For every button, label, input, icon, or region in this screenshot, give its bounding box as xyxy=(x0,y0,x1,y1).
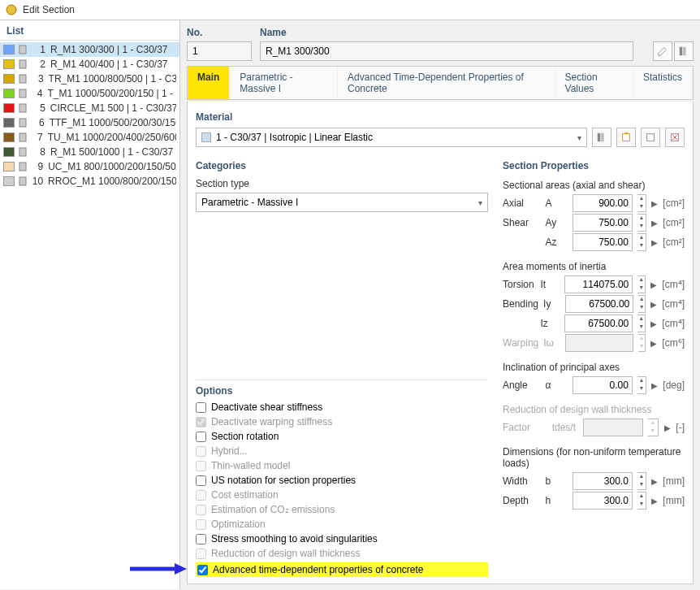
prop-value-input[interactable] xyxy=(573,472,633,490)
prop-symbol: A xyxy=(546,197,568,209)
section-shape-icon xyxy=(16,43,29,56)
section-shape-icon xyxy=(16,87,29,100)
prop-value-input[interactable] xyxy=(573,492,633,510)
no-input[interactable] xyxy=(187,41,252,61)
edit-name-button[interactable] xyxy=(653,41,672,61)
prop-label: Torsion xyxy=(503,279,536,290)
library-button[interactable] xyxy=(674,41,694,61)
tab[interactable]: Advanced Time-Dependent Properties of Co… xyxy=(338,67,555,99)
prop-label: Depth xyxy=(503,495,541,506)
option-checkbox[interactable] xyxy=(196,475,206,486)
list-item[interactable]: 9 UC_M1 800/1000/200/150/50/75/... xyxy=(0,159,179,174)
goto-icon[interactable]: ▶ xyxy=(650,300,657,309)
list-item[interactable]: 2 R_M1 400/400 | 1 - C30/37 xyxy=(0,57,179,72)
tab[interactable]: Main xyxy=(188,67,230,99)
section-shape-icon xyxy=(16,145,29,158)
prop-value-input[interactable] xyxy=(565,295,633,313)
option-checkbox xyxy=(196,446,206,457)
list-item[interactable]: 3 TR_M1 1000/800/500 | 1 - C30/37 xyxy=(0,72,179,86)
name-label: Name xyxy=(260,25,694,40)
list-item-number: 5 xyxy=(31,102,45,114)
svg-rect-15 xyxy=(623,134,630,141)
option-row: Estimation of CO₂ emissions xyxy=(196,504,488,515)
list-item[interactable]: 5 CIRCLE_M1 500 | 1 - C30/37 xyxy=(0,101,179,115)
option-row[interactable]: US notation for section properties xyxy=(196,475,488,486)
list-container[interactable]: 1 R_M1 300/300 | 1 - C30/37 2 R_M1 400/4… xyxy=(0,41,179,589)
prop-value-input[interactable] xyxy=(573,194,633,212)
prop-row: Warping Iω ▲▼ ▶ [cm⁶] xyxy=(503,334,685,352)
list-item[interactable]: 7 TU_M1 1000/200/400/250/600/30/... xyxy=(0,130,179,145)
prop-unit: [cm⁶] xyxy=(662,337,685,349)
option-checkbox[interactable] xyxy=(196,402,206,413)
material-new-button[interactable] xyxy=(616,128,636,147)
prop-unit: [-] xyxy=(676,422,685,433)
goto-icon[interactable]: ▶ xyxy=(651,238,658,247)
material-select[interactable]: 1 - C30/37 | Isotropic | Linear Elastic … xyxy=(196,128,587,147)
prop-row: Depth h ▲▼ ▶ [mm] xyxy=(503,492,685,510)
goto-icon[interactable]: ▶ xyxy=(651,219,658,228)
section-shape-icon xyxy=(16,175,29,188)
prop-value-input[interactable] xyxy=(564,275,633,293)
section-type-select[interactable]: Parametric - Massive I ▾ xyxy=(196,193,488,212)
prop-value-input[interactable] xyxy=(573,214,633,232)
prop-value-input[interactable] xyxy=(573,233,633,251)
tab[interactable]: Section Values xyxy=(555,67,633,99)
material-delete-button[interactable] xyxy=(665,128,685,147)
section-shape-icon xyxy=(16,72,29,85)
tab[interactable]: Statistics xyxy=(633,67,693,99)
option-row[interactable]: Deactivate shear stiffness xyxy=(196,401,488,413)
prop-symbol: Iy xyxy=(543,298,560,310)
option-row: Hybrid... xyxy=(196,445,488,457)
prop-value-input[interactable] xyxy=(564,315,633,332)
list-item-label: T_M1 1000/500/200/150 | 1 - C30/37 xyxy=(48,88,176,99)
spinner[interactable]: ▲▼ xyxy=(637,472,646,490)
option-checkbox[interactable] xyxy=(196,534,206,544)
color-swatch xyxy=(3,74,15,84)
goto-icon[interactable]: ▶ xyxy=(651,381,658,390)
list-item[interactable]: 10 RROC_M1 1000/800/200/150/25/... xyxy=(0,174,179,189)
options-group: Deactivate shear stiffness Deactivate wa… xyxy=(196,401,488,577)
svg-rect-12 xyxy=(683,47,686,56)
list-item-label: RROC_M1 1000/800/200/150/25/... xyxy=(48,176,176,187)
section-shape-icon xyxy=(16,131,29,144)
name-input[interactable] xyxy=(260,41,633,61)
incl-header: Inclination of principal axes xyxy=(503,358,685,376)
prop-value-input[interactable] xyxy=(573,376,633,394)
prop-unit: [cm⁴] xyxy=(662,318,685,329)
option-row[interactable]: Advanced time-dependent properties of co… xyxy=(196,562,488,577)
material-library-button[interactable] xyxy=(592,128,611,147)
spinner[interactable]: ▲▼ xyxy=(637,376,646,394)
spinner[interactable]: ▲▼ xyxy=(637,315,646,332)
list-item[interactable]: 6 TTF_M1 1000/500/200/30/150 | xyxy=(0,115,179,130)
goto-icon[interactable]: ▶ xyxy=(651,199,658,208)
option-checkbox[interactable] xyxy=(196,432,206,442)
red-header: Reduction of design wall thickness xyxy=(503,401,685,419)
spinner[interactable]: ▲▼ xyxy=(638,295,646,313)
spinner[interactable]: ▲▼ xyxy=(637,275,646,293)
spinner[interactable]: ▲▼ xyxy=(637,492,646,510)
goto-icon[interactable]: ▶ xyxy=(650,319,657,328)
tab-main: Material 1 - C30/37 | Isotropic | Linear… xyxy=(187,102,694,584)
list-item[interactable]: 4 T_M1 1000/500/200/150 | 1 - C30/37 xyxy=(0,86,179,101)
option-row[interactable]: Stress smoothing to avoid singularities xyxy=(196,533,488,544)
spinner[interactable]: ▲▼ xyxy=(637,233,646,251)
tab[interactable]: Parametric - Massive I xyxy=(230,67,338,99)
option-checkbox[interactable] xyxy=(197,565,208,575)
list-item[interactable]: 8 R_M1 500/1000 | 1 - C30/37 xyxy=(0,145,179,159)
list-item-number: 10 xyxy=(31,176,43,187)
option-checkbox xyxy=(196,519,206,530)
spinner[interactable]: ▲▼ xyxy=(637,214,646,232)
prop-symbol: Iz xyxy=(541,318,560,329)
goto-icon[interactable]: ▶ xyxy=(651,477,658,486)
goto-icon[interactable]: ▶ xyxy=(650,280,657,289)
list-header: List xyxy=(0,20,179,41)
prop-value-input xyxy=(583,419,643,436)
option-row[interactable]: Section rotation xyxy=(196,431,488,442)
goto-icon[interactable]: ▶ xyxy=(651,497,658,505)
section-shape-icon xyxy=(16,102,29,115)
section-props-header: Section Properties xyxy=(503,155,685,176)
list-item[interactable]: 1 R_M1 300/300 | 1 - C30/37 xyxy=(0,42,179,57)
svg-marker-19 xyxy=(175,563,187,575)
spinner[interactable]: ▲▼ xyxy=(637,194,646,212)
material-edit-button[interactable] xyxy=(641,128,660,147)
